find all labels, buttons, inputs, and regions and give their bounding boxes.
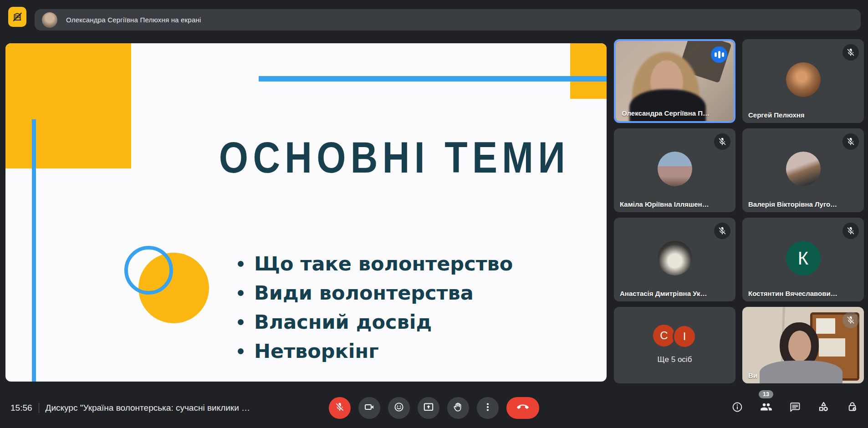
avatar	[786, 152, 821, 186]
people-icon	[760, 401, 772, 415]
clock-time: 15:56	[10, 403, 32, 413]
slide-decor-blue-vertical-line	[32, 119, 36, 382]
present-button[interactable]	[418, 397, 439, 419]
theaters-off-icon[interactable]	[8, 7, 26, 27]
participant-tile[interactable]: Каміла Юріївна Ілляшен…	[614, 128, 735, 212]
activities-shapes-icon	[817, 401, 830, 415]
mic-toggle-button[interactable]	[329, 397, 351, 419]
participant-name: Анастасія Дмитрівна Ук…	[620, 290, 707, 297]
slide-bullet: Що таке волонтерство	[233, 249, 513, 278]
slide-bullet: Види волонтерства	[233, 278, 513, 307]
chat-icon	[789, 401, 801, 415]
stacked-avatars: C I	[653, 325, 696, 348]
slide-title: ОСНОВНІ ТЕМИ	[214, 136, 574, 179]
slide-bullet: Власний досвід	[233, 307, 513, 336]
building-slash-glyph	[11, 11, 23, 23]
reactions-button[interactable]	[388, 397, 410, 419]
participant-name: Олександра Сергіївна П…	[622, 109, 710, 117]
participant-tile[interactable]: Валерія Вікторівна Луго…	[742, 128, 864, 212]
meeting-title: Дискурс "Україна волонтерська: сучасні в…	[46, 403, 250, 413]
google-meet-window: { "top_bar": { "share_banner": "Олександ…	[0, 0, 868, 428]
participant-tile[interactable]: К Костянтин Вячеславови…	[742, 218, 864, 301]
screen-share-banner[interactable]: Олександра Сергіївна Пелюхня на екрані	[35, 9, 861, 31]
slide-decor-yellow-square	[5, 43, 131, 168]
slide-decor-blue-horizontal-line	[259, 76, 607, 82]
presenter-avatar	[42, 12, 57, 28]
emoji-smile-icon	[393, 402, 404, 414]
avatar	[658, 241, 692, 275]
participant-count-badge: 13	[759, 390, 773, 398]
call-end-icon	[517, 401, 529, 414]
avatar-letter: C	[653, 325, 675, 346]
camera-toggle-button[interactable]	[358, 397, 380, 419]
avatar	[786, 62, 821, 97]
participant-name: Валерія Вікторівна Луго…	[748, 200, 837, 208]
speaking-indicator-icon	[711, 46, 727, 63]
participant-name: Костянтин Вячеславови…	[748, 290, 837, 297]
mic-muted-icon	[842, 44, 859, 61]
more-options-button[interactable]	[477, 397, 499, 419]
participant-tile[interactable]: Сергей Пелюхня	[742, 39, 864, 123]
slide-bullet: Нетворкінг	[233, 336, 513, 366]
participant-name: Сергей Пелюхня	[748, 111, 805, 119]
screen-share-banner-text: Олександра Сергіївна Пелюхня на екрані	[66, 16, 201, 24]
participant-name: Ви	[748, 372, 757, 379]
activities-button[interactable]	[817, 402, 829, 414]
host-controls-button[interactable]	[846, 402, 858, 414]
chat-button[interactable]	[789, 402, 801, 414]
present-to-all-icon	[423, 402, 434, 414]
show-participants-button[interactable]: 13	[760, 402, 772, 414]
slide-bullet-list: Що таке волонтерство Види волонтерства В…	[233, 249, 513, 366]
control-bar: 15:56 Дискурс "Україна волонтерська: суч…	[0, 387, 868, 428]
slide-decor-yellow-block	[570, 43, 607, 99]
meeting-details-button[interactable]	[731, 402, 743, 414]
participants-grid: Олександра Сергіївна П… Сергей Пелюхня К…	[614, 39, 864, 383]
shared-screen-presentation: ОСНОВНІ ТЕМИ Що таке волонтерство Види в…	[5, 43, 607, 382]
mic-muted-icon	[714, 133, 730, 150]
lock-icon	[846, 401, 858, 415]
avatar-letter: К	[786, 241, 821, 275]
self-view-tile[interactable]: Ви	[742, 307, 864, 383]
participant-tile[interactable]: Анастасія Дмитрівна Ук…	[614, 218, 735, 301]
avatar	[658, 152, 692, 186]
leave-call-button[interactable]	[506, 397, 539, 419]
divider	[39, 403, 39, 413]
mic-muted-icon	[842, 223, 859, 239]
info-icon	[731, 401, 743, 415]
videocam-icon	[364, 402, 375, 414]
participant-tile-speaker[interactable]: Олександра Сергіївна П…	[614, 39, 735, 123]
participant-name: Каміла Юріївна Ілляшен…	[620, 200, 709, 208]
mic-muted-icon	[714, 223, 730, 239]
hand-icon	[453, 402, 464, 414]
mic-off-icon	[335, 402, 345, 413]
slide-decor-blue-ring	[124, 246, 173, 295]
mic-muted-icon	[842, 133, 859, 150]
raise-hand-button[interactable]	[447, 397, 469, 419]
more-participants-tile[interactable]: C I Ще 5 осіб	[614, 307, 735, 383]
more-participants-label: Ще 5 осіб	[658, 355, 692, 364]
mic-muted-icon	[842, 312, 859, 328]
more-vert-icon	[482, 402, 493, 414]
avatar-letter: I	[673, 325, 696, 348]
